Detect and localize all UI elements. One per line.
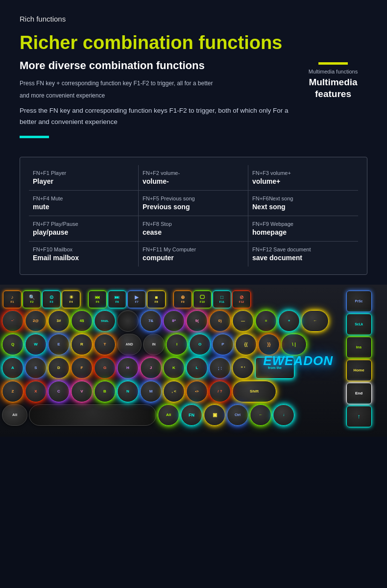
key-e[interactable]: E <box>48 334 70 355</box>
key-h[interactable]: H <box>117 357 139 379</box>
number-row: ~` 2@ 3# 4$ 5%0L 7& 8* 9( 0) — = + ← <box>0 310 333 332</box>
key-space[interactable] <box>29 404 156 426</box>
key-b[interactable]: B <box>94 381 116 402</box>
key-f8[interactable]: ■F8 <box>147 291 166 308</box>
key-comma[interactable]: , < <box>163 381 185 402</box>
key-shift-r[interactable]: Shift <box>232 381 276 402</box>
key-f11[interactable]: □F11 <box>213 291 231 308</box>
key-g[interactable]: G <box>94 357 116 379</box>
key-f9[interactable]: ⊕F9 <box>173 291 192 308</box>
fn-key-f10-large: Email mailbox <box>33 254 134 262</box>
key-end[interactable]: End <box>346 383 372 404</box>
key-2[interactable]: 3# <box>48 310 70 332</box>
key-backspace[interactable]: ← <box>301 310 329 332</box>
fn-cell-f6: FN+F6Next song Next song <box>248 191 358 216</box>
key-in[interactable]: IN <box>143 334 165 355</box>
fn-key-f12-small: FN+F12 Save document <box>252 246 354 252</box>
key-f12[interactable]: ⊘F12 <box>232 291 251 308</box>
key-6[interactable]: 7& <box>140 310 162 332</box>
key-d[interactable]: D <box>48 357 70 379</box>
key-f1[interactable]: ♪F1 <box>3 291 22 308</box>
fn-key-f4-small: FN+F4 Mute <box>33 196 134 201</box>
key-period[interactable]: •> <box>186 381 208 402</box>
key-f2[interactable]: 🔍F2 <box>23 291 41 308</box>
key-w[interactable]: W <box>25 334 47 355</box>
key-semicolon[interactable]: ; : <box>209 357 231 379</box>
key-backtick[interactable]: ~` <box>2 310 24 332</box>
content-area: More diverse combination functions Press… <box>20 59 367 147</box>
key-prsc[interactable]: PrSc <box>346 291 372 312</box>
key-z[interactable]: Z <box>2 381 24 402</box>
key-c[interactable]: C <box>48 381 70 402</box>
key-lbracket[interactable]: {{ <box>235 334 257 355</box>
key-alt-r[interactable]: All <box>158 404 179 426</box>
key-and[interactable]: AND <box>117 334 142 355</box>
key-8[interactable]: 9( <box>186 310 208 332</box>
key-i[interactable]: I <box>166 334 188 355</box>
sub-title: More diverse combination functions <box>20 59 289 72</box>
key-f5[interactable]: ⏮F5 <box>88 291 107 308</box>
key-ctrl-r[interactable]: Ctrl <box>227 404 248 426</box>
key-k[interactable]: K <box>163 357 185 379</box>
key-home[interactable]: Home <box>346 360 372 381</box>
zxcv-row: Z X C V B N M , < •> / ? Shift <box>0 381 333 402</box>
fn-cell-f1: FN+F1 Player Player <box>29 165 139 191</box>
key-7[interactable]: 8* <box>163 310 185 332</box>
key-alt-l[interactable]: All <box>2 404 27 426</box>
key-n[interactable]: N <box>117 381 139 402</box>
key-menu[interactable]: ▣ <box>204 404 225 426</box>
key-sclk[interactable]: ScLk <box>346 314 372 335</box>
key-minus[interactable]: — <box>232 310 254 332</box>
key-p[interactable]: P <box>212 334 234 355</box>
key-left[interactable]: ← <box>250 404 271 426</box>
yellow-accent-bar <box>318 62 348 65</box>
key-plus[interactable]: + <box>278 310 300 332</box>
key-f10[interactable]: 🖵F10 <box>193 291 212 308</box>
key-ins[interactable]: Ins <box>346 337 372 358</box>
fn-cell-f11: FN+F11 My Computer computer <box>139 242 248 267</box>
key-rbracket[interactable]: }} <box>258 334 280 355</box>
fn-key-f4-large: mute <box>33 203 134 211</box>
key-f4[interactable]: ☀F4 <box>62 291 80 308</box>
key-m[interactable]: M <box>140 381 162 402</box>
key-3[interactable]: 4$ <box>71 310 93 332</box>
key-gap1 <box>81 291 87 308</box>
key-q[interactable]: Q <box>2 334 24 355</box>
key-t[interactable]: T <box>94 334 116 355</box>
fn-key-f9-large: homepage <box>252 228 354 236</box>
fn-cell-f3: FN+F3 volume+ volume+ <box>248 165 358 191</box>
key-slash[interactable]: / ? <box>209 381 231 402</box>
key-backslash[interactable]: \ | <box>281 334 307 355</box>
key-r[interactable]: R <box>71 334 93 355</box>
keyboard-right-panel: PrSc ScLk Ins Home End ↑ <box>331 285 387 437</box>
key-x[interactable]: X <box>25 381 47 402</box>
key-f[interactable]: F <box>71 357 93 379</box>
keyboard-section: ♪F1 🔍F2 ⊙F3 ☀F4 ⏮F5 ⏭F6 ▶F7 ■F8 ⊕F9 🖵F10… <box>0 285 387 437</box>
key-j[interactable]: J <box>140 357 162 379</box>
key-s[interactable]: S <box>25 357 47 379</box>
key-equals[interactable]: = <box>255 310 277 332</box>
qwerty-row: Q W E R T AND IN I O P {{ }} \ | <box>0 334 333 355</box>
fn-key-f5-small: FN+F5 Previous song <box>143 196 244 201</box>
main-title: Richer combination functions <box>20 32 367 54</box>
key-f7[interactable]: ▶F7 <box>127 291 146 308</box>
key-4[interactable]: 5%0L <box>94 310 116 332</box>
fn-key-f2-small: FN+F2 volume- <box>143 170 244 176</box>
key-up[interactable]: ↑ <box>346 406 372 427</box>
key-1[interactable]: 2@ <box>25 310 47 332</box>
function-grid: FN+F1 Player Player FN+F2 volume- volume… <box>20 157 367 275</box>
key-quote[interactable]: " ' <box>232 357 254 379</box>
key-fn[interactable]: FN <box>181 404 202 426</box>
key-down[interactable]: ↓ <box>273 404 294 426</box>
key-o[interactable]: O <box>189 334 211 355</box>
key-f6[interactable]: ⏭F6 <box>108 291 126 308</box>
key-l[interactable]: L <box>186 357 208 379</box>
key-9[interactable]: 0) <box>209 310 231 332</box>
cyan-accent-bar <box>20 136 49 138</box>
key-5[interactable] <box>117 310 139 332</box>
fn-cell-f2: FN+F2 volume- volume- <box>139 165 248 191</box>
key-v[interactable]: V <box>71 381 93 402</box>
desc-small-2: and more convenient experience <box>20 91 289 100</box>
key-a[interactable]: A <box>2 357 24 379</box>
key-f3[interactable]: ⊙F3 <box>42 291 61 308</box>
